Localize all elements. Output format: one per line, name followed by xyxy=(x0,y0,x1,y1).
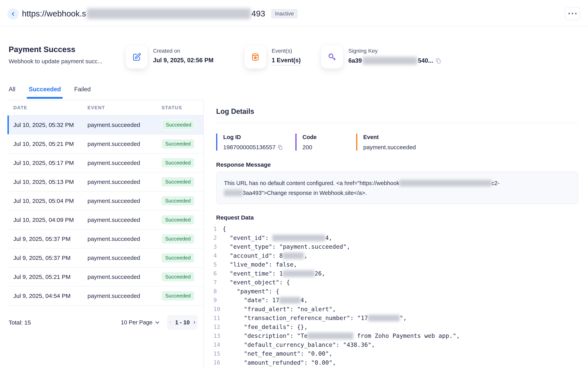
line-content: "account_id": 8, xyxy=(223,252,308,259)
log-id-block: Log ID 1987000005136557 xyxy=(216,134,295,151)
log-filter-tabs: AllSucceededFailed xyxy=(8,86,203,100)
tab-succeeded[interactable]: Succeeded xyxy=(29,86,61,98)
url-prefix: https://webhook.s xyxy=(22,9,86,18)
code-line: 6 "event_time": 126, xyxy=(213,269,460,278)
url-suffix: 493 xyxy=(251,9,265,18)
events-count[interactable]: 1 Event(s) xyxy=(272,57,301,65)
line-number: 12 xyxy=(213,323,223,330)
status-badge: Succeeded xyxy=(162,272,194,281)
line-number: 1 xyxy=(213,226,223,232)
log-id-value: 1987000005136557 xyxy=(223,144,276,151)
created-on-label: Created on xyxy=(153,48,213,54)
table-row[interactable]: Jul 10, 2025, 05:13 PMpayment.succeededS… xyxy=(8,173,203,192)
panel-divider xyxy=(203,100,204,368)
line-number: 13 xyxy=(213,332,223,339)
code-line: 4 "account_id": 8, xyxy=(213,251,460,260)
tab-failed[interactable]: Failed xyxy=(74,86,91,98)
code-line: 13 "description": "Te from Zoho Payments… xyxy=(213,331,460,340)
table-row[interactable]: Jul 10, 2025, 05:17 PMpayment.succeededS… xyxy=(8,154,203,173)
event-label: Event xyxy=(363,134,416,140)
table-row[interactable]: Jul 10, 2025, 05:32 PMpayment.succeededS… xyxy=(8,116,203,135)
response-message-label: Response Message xyxy=(216,161,271,168)
line-number: 3 xyxy=(213,243,223,250)
status-badge: Succeeded xyxy=(162,196,194,205)
row-event: payment.succeeded xyxy=(87,179,162,185)
code-line: 2 "event_id": 4, xyxy=(213,233,460,242)
table-row[interactable]: Jul 10, 2025, 05:04 PMpayment.succeededS… xyxy=(8,192,203,211)
copy-log-id-icon[interactable] xyxy=(278,145,283,150)
code-line: 14 "default_currency_balance": "438.36", xyxy=(213,340,460,350)
redacted-key-blur xyxy=(363,57,417,65)
per-page-dropdown[interactable]: 10 Per Page xyxy=(121,319,159,326)
log-id-label: Log ID xyxy=(223,134,295,140)
code-line: 8 "payment": { xyxy=(213,287,460,296)
status-badge: Succeeded xyxy=(162,253,194,262)
table-row[interactable]: Jul 9, 2025, 05:21 PMpayment.succeededSu… xyxy=(8,267,203,286)
table-row[interactable]: Jul 10, 2025, 05:21 PMpayment.succeededS… xyxy=(8,135,203,154)
row-event: payment.succeeded xyxy=(87,274,162,280)
table-row[interactable]: Jul 10, 2025, 04:09 PMpayment.succeededS… xyxy=(8,211,203,230)
table-header: DATE EVENT STATUS xyxy=(8,100,203,116)
created-on-card: Created on Jul 9, 2025, 02:56 PM xyxy=(126,46,213,69)
code-value: 200 xyxy=(302,144,356,151)
code-line: 12 "fee_details": {}, xyxy=(213,322,460,331)
table-row[interactable]: Jul 9, 2025, 05:37 PMpayment.succeededSu… xyxy=(8,230,203,248)
chevron-down-icon xyxy=(155,321,159,324)
signing-key-card: Signing Key 6a39540... xyxy=(321,46,442,69)
back-button[interactable] xyxy=(8,8,19,19)
row-date: Jul 10, 2025, 05:17 PM xyxy=(13,160,87,166)
signing-key-label: Signing Key xyxy=(348,48,442,54)
line-content: "amount_refunded": "0.00", xyxy=(223,359,336,366)
row-date: Jul 10, 2025, 05:21 PM xyxy=(13,141,87,147)
redacted-blur xyxy=(224,190,243,196)
page-header: https://webhook.s493 Inactive xyxy=(0,0,588,27)
log-details-divider xyxy=(216,123,578,123)
status-badge: Succeeded xyxy=(162,120,195,130)
status-badge: Succeeded xyxy=(162,215,194,224)
row-date: Jul 9, 2025, 04:54 PM xyxy=(13,293,87,299)
logs-table: DATE EVENT STATUS Jul 10, 2025, 05:32 PM… xyxy=(8,100,203,305)
redacted-blur xyxy=(399,180,492,186)
row-event: payment.succeeded xyxy=(87,255,162,261)
request-data-code: 1{2 "event_id": 4,3 "event_type": "payme… xyxy=(213,224,460,368)
line-content: "net_fee_amount": "0.00", xyxy=(223,350,332,357)
code-line: 3 "event_type": "payment.succeeded", xyxy=(213,242,460,251)
row-date: Jul 9, 2025, 05:37 PM xyxy=(13,236,87,242)
copy-signing-key-icon[interactable] xyxy=(435,58,442,64)
row-date: Jul 9, 2025, 05:21 PM xyxy=(13,274,87,280)
signing-key-text: Signing Key 6a39540... xyxy=(348,46,442,65)
edit-icon xyxy=(126,46,147,69)
table-row[interactable]: Jul 9, 2025, 04:54 PMpayment.succeededSu… xyxy=(8,286,203,305)
status-badge: Succeeded xyxy=(162,139,194,148)
events-text: Event(s) 1 Event(s) xyxy=(272,46,301,65)
row-date: Jul 10, 2025, 05:32 PM xyxy=(13,122,87,128)
response-line: This URL has no default content configur… xyxy=(224,178,570,188)
created-on-value: Jul 9, 2025, 02:56 PM xyxy=(153,57,213,64)
line-number: 4 xyxy=(213,252,223,259)
events-card: Event(s) 1 Event(s) xyxy=(245,46,301,69)
redacted-blur xyxy=(368,315,400,321)
code-line: 15 "net_fee_amount": "0.00", xyxy=(213,349,460,358)
table-row[interactable]: Jul 9, 2025, 05:37 PMpayment.succeededSu… xyxy=(8,248,203,267)
row-event: payment.succeeded xyxy=(87,217,162,223)
tab-all[interactable]: All xyxy=(9,86,15,98)
line-content: "date": 174, xyxy=(223,297,308,304)
line-content: "event_id": 4, xyxy=(223,234,332,241)
inactive-status-badge: Inactive xyxy=(271,9,298,18)
redacted-blur xyxy=(283,270,315,277)
code-line: 16 "amount_refunded": "0.00", xyxy=(213,358,460,367)
created-on-text: Created on Jul 9, 2025, 02:56 PM xyxy=(153,46,213,64)
next-page-button[interactable] xyxy=(193,320,196,325)
previous-page-button[interactable] xyxy=(168,320,172,325)
code-line: 1{ xyxy=(213,224,460,233)
response-message-box: This URL has no default content configur… xyxy=(216,172,578,204)
redacted-url-blur xyxy=(87,9,251,19)
line-number: 6 xyxy=(213,270,223,277)
key-icon xyxy=(321,46,343,69)
more-options-button[interactable] xyxy=(565,7,580,20)
response-line: 3aa493">Change response in Webhook.site<… xyxy=(224,188,570,198)
line-number: 7 xyxy=(213,279,223,286)
pagination: 1 - 10 xyxy=(167,315,198,330)
column-header-status: STATUS xyxy=(162,105,203,110)
webhook-name: Payment Success xyxy=(9,45,75,54)
